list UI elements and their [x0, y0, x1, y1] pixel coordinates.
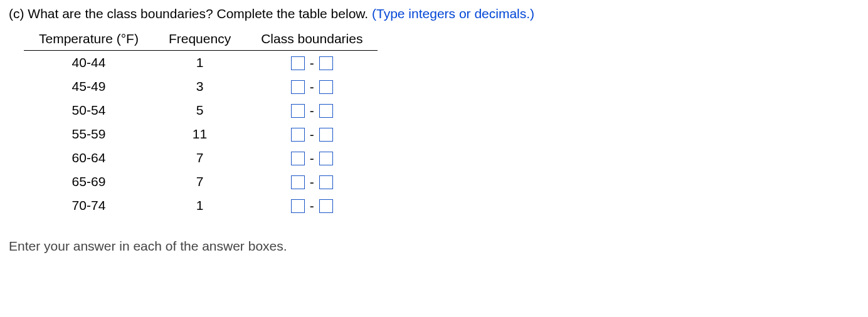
table-row: 60-64 7 - [24, 146, 378, 170]
dash-separator: - [310, 127, 314, 142]
table-row: 50-54 5 - [24, 98, 378, 122]
temperature-range: 40-44 [24, 51, 154, 75]
boundary-high-input[interactable] [319, 104, 333, 118]
frequency-value: 7 [154, 146, 246, 170]
temperature-range: 50-54 [24, 98, 154, 122]
boundary-low-input[interactable] [291, 175, 305, 189]
temperature-range: 65-69 [24, 170, 154, 194]
table-row: 45-49 3 - [24, 75, 378, 98]
col-header-temperature: Temperature (°F) [24, 29, 154, 51]
boundary-low-input[interactable] [291, 56, 305, 70]
frequency-value: 7 [154, 170, 246, 194]
boundary-high-input[interactable] [319, 128, 333, 142]
dash-separator: - [310, 80, 314, 95]
temperature-range: 70-74 [24, 194, 154, 217]
frequency-value: 11 [154, 122, 246, 146]
question-text: What are the class boundaries? Complete … [28, 6, 368, 21]
dash-separator: - [310, 199, 314, 214]
temperature-range: 60-64 [24, 146, 154, 170]
table-row: 65-69 7 - [24, 170, 378, 194]
boundary-high-input[interactable] [319, 199, 333, 213]
dash-separator: - [310, 175, 314, 190]
boundary-high-input[interactable] [319, 175, 333, 189]
col-header-frequency: Frequency [154, 29, 246, 51]
boundary-high-input[interactable] [319, 152, 333, 165]
frequency-table: Temperature (°F) Frequency Class boundar… [24, 29, 378, 217]
dash-separator: - [310, 151, 314, 166]
frequency-value: 1 [154, 51, 246, 75]
col-header-boundaries: Class boundaries [246, 29, 378, 51]
part-label: (c) [9, 6, 24, 21]
temperature-range: 45-49 [24, 75, 154, 98]
input-hint: (Type integers or decimals.) [372, 6, 534, 21]
footer-instruction: Enter your answer in each of the answer … [9, 239, 859, 254]
dash-separator: - [310, 103, 314, 118]
frequency-value: 3 [154, 75, 246, 98]
boundary-low-input[interactable] [291, 199, 305, 213]
boundary-high-input[interactable] [319, 80, 333, 94]
boundary-low-input[interactable] [291, 152, 305, 165]
table-row: 70-74 1 - [24, 194, 378, 217]
boundary-high-input[interactable] [319, 56, 333, 70]
boundary-low-input[interactable] [291, 128, 305, 142]
boundary-low-input[interactable] [291, 104, 305, 118]
frequency-value: 1 [154, 194, 246, 217]
dash-separator: - [310, 56, 314, 71]
question-prompt: (c) What are the class boundaries? Compl… [9, 6, 859, 21]
frequency-value: 5 [154, 98, 246, 122]
table-row: 55-59 11 - [24, 122, 378, 146]
temperature-range: 55-59 [24, 122, 154, 146]
table-row: 40-44 1 - [24, 51, 378, 75]
boundary-low-input[interactable] [291, 80, 305, 94]
